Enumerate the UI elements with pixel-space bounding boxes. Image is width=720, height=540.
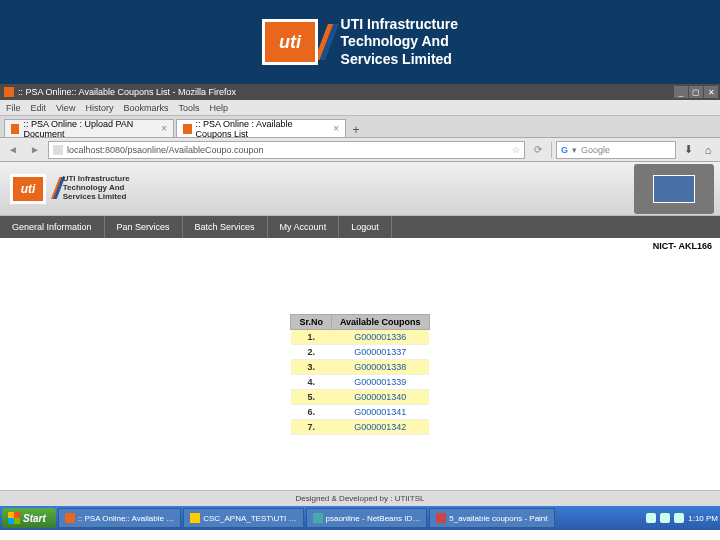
cell-sr-no: 6. [291, 405, 332, 420]
cell-coupon: G000001342 [331, 420, 429, 435]
cell-sr-no: 3. [291, 360, 332, 375]
browser-tab-1[interactable]: :: PSA Online : Upload PAN Document × [4, 119, 174, 137]
tab-label: :: PSA Online : Available Coupons List [196, 119, 326, 139]
menu-history[interactable]: History [85, 103, 113, 113]
menu-view[interactable]: View [56, 103, 75, 113]
nav-general-information[interactable]: General Information [0, 216, 105, 238]
cell-coupon: G000001337 [331, 345, 429, 360]
windows-logo-icon [8, 512, 20, 524]
maximize-button[interactable]: ▢ [689, 86, 703, 98]
browser-tab-2[interactable]: :: PSA Online : Available Coupons List × [176, 119, 346, 137]
pan-card-image [634, 164, 714, 214]
firefox-icon [4, 87, 14, 97]
taskbar-item-4[interactable]: 5_available coupons - Paint [429, 508, 554, 528]
address-bar[interactable]: localhost:8080/psaonline/AvailableCoupo.… [48, 141, 525, 159]
close-button[interactable]: ✕ [704, 86, 718, 98]
menu-edit[interactable]: Edit [31, 103, 47, 113]
table-row: 2.G000001337 [291, 345, 429, 360]
search-box[interactable]: G ▾ Google [556, 141, 676, 159]
tab-close-icon[interactable]: × [161, 123, 167, 134]
firefox-tabbar: :: PSA Online : Upload PAN Document × ::… [0, 116, 720, 138]
new-tab-button[interactable]: + [348, 123, 364, 137]
footer-credit: Designed & Developed by : UTIITSL [0, 490, 720, 506]
cell-sr-no: 2. [291, 345, 332, 360]
table-row: 6.G000001341 [291, 405, 429, 420]
taskbar-label: psaonline - NetBeans ID… [326, 514, 421, 523]
cell-coupon: G000001341 [331, 405, 429, 420]
page-header: uti // UTI InfrastructureTechnology AndS… [0, 162, 720, 216]
forward-button[interactable]: ► [26, 141, 44, 159]
windows-taskbar: Start :: PSA Online:: Available … CSC_AP… [0, 506, 720, 530]
taskbar-icon [313, 513, 323, 523]
bookmark-star-icon[interactable]: ☆ [512, 145, 520, 155]
search-placeholder: Google [581, 145, 610, 155]
nav-logout[interactable]: Logout [339, 216, 392, 238]
taskbar-icon [65, 513, 75, 523]
start-label: Start [23, 513, 46, 524]
menu-file[interactable]: File [6, 103, 21, 113]
tab-favicon [11, 124, 19, 134]
nav-batch-services[interactable]: Batch Services [183, 216, 268, 238]
cell-sr-no: 5. [291, 390, 332, 405]
page-logo-text: UTI InfrastructureTechnology AndServices… [63, 175, 130, 201]
url-text: localhost:8080/psaonline/AvailableCoupo.… [67, 145, 263, 155]
taskbar-icon [436, 513, 446, 523]
reload-button[interactable]: ⟳ [529, 141, 547, 159]
cell-coupon: G000001339 [331, 375, 429, 390]
column-available-coupons: Available Coupons [331, 315, 429, 330]
tab-close-icon[interactable]: × [333, 123, 339, 134]
brand-banner: uti // UTI Infrastructure Technology And… [0, 0, 720, 84]
page-navbar: General Information Pan Services Batch S… [0, 216, 720, 238]
window-title: :: PSA Online:: Available Coupons List -… [18, 87, 236, 97]
firefox-menubar: File Edit View History Bookmarks Tools H… [0, 100, 720, 116]
cell-coupon: G000001338 [331, 360, 429, 375]
cell-sr-no: 1. [291, 330, 332, 345]
logged-in-user: NICT- AKL166 [0, 238, 720, 254]
table-row: 5.G000001340 [291, 390, 429, 405]
taskbar-label: :: PSA Online:: Available … [78, 514, 174, 523]
system-tray[interactable]: 1:10 PM [646, 513, 718, 523]
taskbar-item-1[interactable]: :: PSA Online:: Available … [58, 508, 181, 528]
cell-sr-no: 4. [291, 375, 332, 390]
menu-help[interactable]: Help [209, 103, 228, 113]
clock: 1:10 PM [688, 514, 718, 523]
brand-logo-group: uti // UTI Infrastructure Technology And… [262, 15, 458, 70]
uti-logo-text: uti [265, 22, 315, 62]
tray-icon[interactable] [674, 513, 684, 523]
site-identity-icon [53, 145, 63, 155]
nav-pan-services[interactable]: Pan Services [105, 216, 183, 238]
firefox-toolbar: ◄ ► localhost:8080/psaonline/AvailableCo… [0, 138, 720, 162]
taskbar-label: CSC_APNA_TEST\UTI … [203, 514, 296, 523]
tab-label: :: PSA Online : Upload PAN Document [23, 119, 153, 139]
table-row: 1.G000001336 [291, 330, 429, 345]
tray-icon[interactable] [646, 513, 656, 523]
search-engine-icon: G [561, 145, 568, 155]
page-logo: uti // UTI InfrastructureTechnology AndS… [10, 172, 130, 206]
firefox-titlebar[interactable]: :: PSA Online:: Available Coupons List -… [0, 84, 720, 100]
available-coupons-table: Sr.No Available Coupons 1.G0000013362.G0… [290, 314, 429, 435]
downloads-icon[interactable]: ⬇ [680, 142, 696, 158]
cell-coupon: G000001340 [331, 390, 429, 405]
minimize-button[interactable]: _ [674, 86, 688, 98]
start-button[interactable]: Start [2, 508, 56, 528]
menu-tools[interactable]: Tools [178, 103, 199, 113]
table-row: 7.G000001342 [291, 420, 429, 435]
taskbar-icon [190, 513, 200, 523]
nav-my-account[interactable]: My Account [268, 216, 340, 238]
uti-logo-text-small: uti [13, 177, 43, 201]
tray-icon[interactable] [660, 513, 670, 523]
back-button[interactable]: ◄ [4, 141, 22, 159]
menu-bookmarks[interactable]: Bookmarks [123, 103, 168, 113]
taskbar-item-2[interactable]: CSC_APNA_TEST\UTI … [183, 508, 303, 528]
cell-sr-no: 7. [291, 420, 332, 435]
page-content: Sr.No Available Coupons 1.G0000013362.G0… [0, 254, 720, 435]
taskbar-item-3[interactable]: psaonline - NetBeans ID… [306, 508, 428, 528]
brand-title: UTI Infrastructure Technology And Servic… [341, 16, 458, 69]
column-sr-no: Sr.No [291, 315, 332, 330]
taskbar-label: 5_available coupons - Paint [449, 514, 547, 523]
tab-favicon [183, 124, 192, 134]
cell-coupon: G000001336 [331, 330, 429, 345]
uti-logo: uti // [262, 15, 331, 70]
table-row: 3.G000001338 [291, 360, 429, 375]
home-icon[interactable]: ⌂ [700, 142, 716, 158]
